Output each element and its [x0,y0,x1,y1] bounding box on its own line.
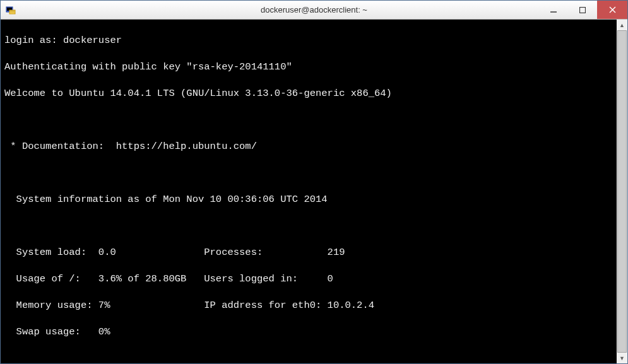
window-title: dockeruser@adockerclient: ~ [1,5,627,15]
terminal-line [4,114,617,127]
terminal-line: Usage of /: 3.6% of 28.80GB Users logged… [4,273,617,286]
terminal-line [4,167,617,180]
scrollbar-track[interactable] [617,30,627,353]
terminal-line: Memory usage: 7% IP address for eth0: 10… [4,299,617,312]
terminal-line: Welcome to Ubuntu 14.04.1 LTS (GNU/Linux… [4,87,617,100]
scroll-down-arrow-icon[interactable]: ▼ [617,353,627,363]
putty-icon [6,5,16,15]
terminal-line [4,220,617,233]
scroll-up-arrow-icon[interactable]: ▲ [617,20,627,30]
window-controls [539,1,627,19]
terminal-line [4,352,617,363]
svg-rect-6 [580,7,586,13]
minimize-button[interactable] [539,1,568,19]
terminal-line: System information as of Mon Nov 10 00:3… [4,193,617,206]
terminal-line: Swap usage: 0% [4,326,617,339]
scrollbar-thumb[interactable] [617,30,627,353]
terminal[interactable]: login as: dockeruser Authenticating with… [1,20,617,363]
terminal-line: login as: dockeruser [4,34,617,47]
close-button[interactable] [597,1,627,19]
maximize-button[interactable] [568,1,597,19]
terminal-area: login as: dockeruser Authenticating with… [1,20,627,363]
window-frame: dockeruser@adockerclient: ~ login as: do… [0,0,628,364]
terminal-line: * Documentation: https://help.ubuntu.com… [4,140,617,153]
scrollbar[interactable]: ▲ ▼ [617,20,627,363]
terminal-line: Authenticating with public key "rsa-key-… [4,61,617,74]
terminal-line: System load: 0.0 Processes: 219 [4,246,617,259]
titlebar[interactable]: dockeruser@adockerclient: ~ [1,1,627,20]
